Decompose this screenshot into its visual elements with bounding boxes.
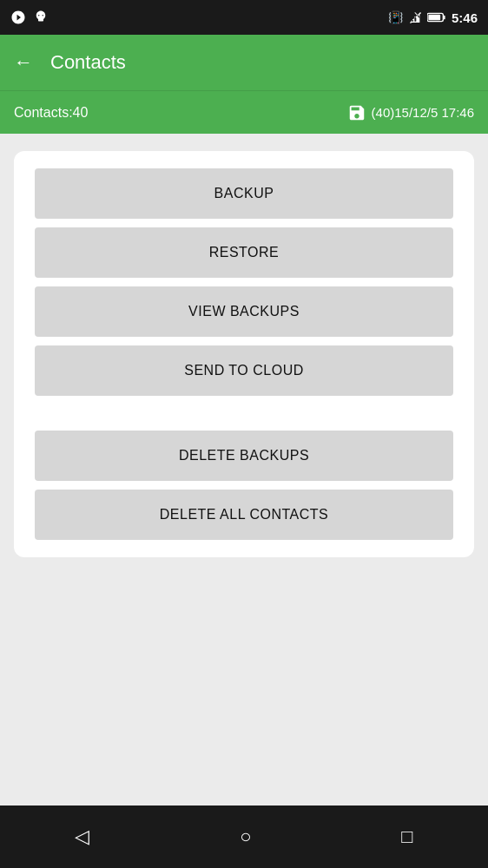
- svg-rect-1: [444, 16, 445, 20]
- nav-back-button[interactable]: ◁: [66, 817, 98, 857]
- main-content: BACKUP RESTORE VIEW BACKUPS SEND TO CLOU…: [0, 134, 488, 806]
- restore-button[interactable]: RESTORE: [35, 227, 453, 278]
- status-bar: 📳 5:46: [0, 0, 488, 35]
- sub-header: Contacts:40 (40)15/12/5 17:46: [0, 90, 488, 134]
- page-title: Contacts: [50, 51, 126, 74]
- signal-blocked-icon: [408, 10, 422, 24]
- spacer: [35, 404, 453, 422]
- view-backups-button[interactable]: VIEW BACKUPS: [35, 286, 453, 337]
- backup-timestamp: (40)15/12/5 17:46: [372, 105, 474, 120]
- nav-bar: ◁ ○ □: [0, 806, 488, 868]
- backup-info: (40)15/12/5 17:46: [347, 103, 474, 122]
- nav-home-button[interactable]: ○: [231, 817, 260, 857]
- delete-backups-button[interactable]: DELETE BACKUPS: [35, 431, 453, 481]
- back-button[interactable]: ←: [14, 51, 33, 74]
- delete-all-contacts-button[interactable]: DELETE ALL CONTACTS: [35, 490, 453, 540]
- vibrate-icon: 📳: [388, 10, 403, 24]
- backup-button[interactable]: BACKUP: [35, 168, 453, 219]
- nav-recent-button[interactable]: □: [392, 817, 421, 857]
- clock: 5:46: [452, 10, 478, 25]
- actions-card: BACKUP RESTORE VIEW BACKUPS SEND TO CLOU…: [14, 151, 474, 557]
- toolbar: ← Contacts: [0, 35, 488, 90]
- alien-icon: [33, 10, 49, 25]
- battery-icon: [427, 11, 446, 23]
- svg-rect-2: [428, 15, 440, 20]
- status-bar-left: [10, 10, 49, 25]
- status-bar-right: 📳 5:46: [388, 10, 478, 25]
- send-to-cloud-button[interactable]: SEND TO CLOUD: [35, 345, 453, 396]
- rocket-icon: [10, 10, 26, 25]
- save-icon: [347, 103, 366, 122]
- contacts-count: Contacts:40: [14, 105, 88, 121]
